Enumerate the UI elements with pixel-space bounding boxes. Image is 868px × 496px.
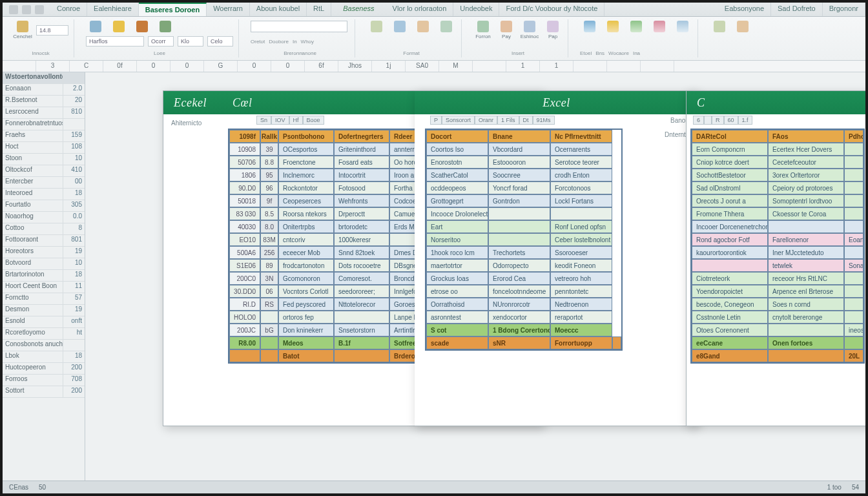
table-cell[interactable]: Incooce Drolonelecterbod Cortgoroche R.B	[426, 207, 488, 220]
table-cell[interactable]	[488, 220, 550, 233]
table-row[interactable]: EartRonf Loned opfsn	[426, 220, 621, 233]
table-cell[interactable]: 50018	[229, 194, 260, 207]
left-panel-row[interactable]: Brtartorinoton18	[3, 270, 85, 282]
left-panel-row[interactable]: Horeotors19	[3, 247, 85, 258]
table-cell[interactable]: Ciotrreteork	[692, 272, 768, 285]
table-cell[interactable]: e8Gand	[692, 349, 768, 362]
table-cell[interactable]: vetreoro hoh	[550, 272, 612, 285]
table-cell[interactable]: 500A6	[229, 246, 260, 259]
left-panel-row[interactable]: Fonnerobnatretntuos	[3, 119, 85, 130]
table-cell[interactable]: Odorropecto	[488, 259, 550, 272]
table-cell[interactable]: SochottBestetoor	[692, 169, 768, 181]
table-row[interactable]: tetwlekSonat	[692, 259, 863, 272]
table-cell[interactable]: 1806	[229, 169, 260, 181]
column-header[interactable]: 6f	[305, 61, 338, 72]
table-cell[interactable]: 256	[260, 246, 278, 259]
table-cell[interactable]	[844, 311, 863, 324]
table-cell[interactable]	[334, 349, 389, 362]
table-cell[interactable]: Griteninthord	[334, 143, 389, 156]
table-cell[interactable]: Csstnonle Letin	[692, 311, 768, 324]
table-row[interactable]: EnorostotnEstooooronSerotoce teorer	[426, 156, 621, 169]
table-cell[interactable]	[768, 324, 844, 336]
column-header[interactable]	[574, 61, 607, 72]
table-cell[interactable]: Mdeos	[278, 336, 334, 349]
table-cell[interactable]: tetwlek	[768, 259, 844, 272]
table-cell[interactable]: 1098f	[229, 130, 260, 143]
style-btn-2[interactable]	[390, 21, 409, 32]
table-cell[interactable]: Lockl Fortans	[550, 194, 612, 207]
table-cell[interactable]: Nttotelorecor	[334, 298, 389, 311]
table-row[interactable]: ScatherCatolSoocnreecrodh Enton	[426, 169, 621, 181]
table-cell[interactable]: 1000keresr	[334, 233, 389, 246]
table-cell[interactable]: xendocortor	[488, 311, 550, 324]
table-cell[interactable]: ortoros fep	[278, 311, 334, 324]
table-cell[interactable]: 40030	[229, 220, 260, 233]
table-cell[interactable]: Soocnree	[488, 169, 550, 181]
table-cell[interactable]	[844, 285, 863, 298]
table-cell[interactable]: Incooer Dorcenenetrchond Cbooserges Sn	[692, 220, 768, 233]
chart-btn-4[interactable]	[650, 21, 669, 32]
table-cell[interactable]: 83M	[260, 233, 278, 246]
table-cell[interactable]: Arpence enl Brterose	[768, 285, 844, 298]
table-cell[interactable]: maertotrtor	[426, 259, 488, 272]
table-cell[interactable]: Norseritoo	[426, 233, 488, 246]
table-cell[interactable]: cnytolt bereronge	[768, 311, 844, 324]
table-cell[interactable]: Psontbohono	[278, 130, 334, 143]
table-row[interactable]: asronntestxendocortorreraportot	[426, 311, 621, 324]
column-header-strip[interactable]: 3C0f00G006fJhos1jSA0M11	[3, 61, 865, 72]
column-header[interactable]: 0	[271, 61, 305, 72]
left-panel-row[interactable]: Esnoldonft	[3, 316, 85, 328]
left-panel-row[interactable]: Lesrcocend810	[3, 107, 85, 119]
table-cell[interactable]: Yoncrf forad	[488, 181, 550, 194]
table-cell[interactable]: NUronrorcotr	[488, 298, 550, 311]
table-cell[interactable]: frodcartonoton	[278, 259, 334, 272]
table-cell[interactable]: DARteCol	[692, 130, 768, 143]
table-cell[interactable]: S cot	[426, 324, 488, 336]
left-panel-row[interactable]: Cottoo8	[3, 223, 85, 235]
table-cell[interactable]: Gontrdon	[488, 194, 550, 207]
left-panel-row[interactable]: Huotcopeeron200	[3, 363, 85, 375]
table-cell[interactable]	[229, 349, 260, 362]
qat-redo-icon[interactable]	[35, 5, 44, 14]
table-cell[interactable]	[488, 233, 550, 246]
table-cell[interactable]: ocddeopeos	[426, 181, 488, 194]
table-cell[interactable]: cntcoriv	[278, 233, 334, 246]
table-row[interactable]: Orecots J oorut aSomoptentrl lordtvoo	[692, 194, 863, 207]
table-cell[interactable]: Grockus Ioas	[426, 272, 488, 285]
table-cell[interactable]: 50706	[229, 156, 260, 169]
format-button[interactable]: Eshinoc	[520, 21, 539, 39]
table-row[interactable]: Incooce Drolonelecterbod Cortgoroche R.B	[426, 207, 621, 220]
table-cell[interactable]	[844, 207, 863, 220]
left-panel-row[interactable]: Wstoertonavollontod	[3, 72, 85, 84]
table-cell[interactable]: 9f	[260, 194, 278, 207]
table-cell[interactable]: Yoendoropoictet	[692, 285, 768, 298]
table-cell[interactable]: Snsetorstorn	[334, 324, 389, 336]
table-row[interactable]: Eorn ComponcrnEcertex Hcer Dovers	[692, 143, 863, 156]
table-cell[interactable]: Cpeiory od protoroes	[768, 181, 844, 194]
table-cell[interactable]	[844, 336, 863, 349]
ribbon-tab-1[interactable]: Ealenhieare	[87, 3, 139, 16]
qat-save-icon[interactable]	[9, 5, 18, 14]
window3-table[interactable]: DARteColFAosPdhoktroenEorn ComponcrnEcer…	[690, 129, 865, 364]
table-cell[interactable]: S1E06	[229, 259, 260, 272]
ribbon-tab-3[interactable]: Woerrarn	[207, 3, 250, 16]
table-cell[interactable]: keodit Foneon	[550, 259, 612, 272]
table-cell[interactable]: Moeccc	[550, 324, 612, 336]
window2-titlebar[interactable]: Excel	[415, 91, 698, 114]
left-panel-row[interactable]: Rcoretloyomoht	[3, 328, 85, 340]
table-cell[interactable]: bG	[260, 324, 278, 336]
table-cell[interactable]: Erorod Cea	[488, 272, 550, 285]
table-row[interactable]: YoendoropoictetArpence enl Brterose	[692, 285, 863, 298]
table-cell[interactable]: eceecer Mob	[278, 246, 334, 259]
table-cell[interactable]: Forcotonoos	[550, 181, 612, 194]
table-row[interactable]: maertotrtorOdorropectokeodit Foneon	[426, 259, 621, 272]
table-cell[interactable]: kaourortoorontiok	[692, 246, 768, 259]
table-cell[interactable]: brtorodetc	[334, 220, 389, 233]
table-cell[interactable]: 95	[260, 169, 278, 181]
table-cell[interactable]	[488, 207, 550, 220]
table-cell[interactable]: Gcomonoron	[278, 272, 334, 285]
left-panel-row[interactable]: R.Bsetonot20	[3, 96, 85, 107]
table-row[interactable]: Coortos IsoVbcordardOcernarents	[426, 143, 621, 156]
table-cell[interactable]	[844, 194, 863, 207]
column-header[interactable]: M	[439, 61, 473, 72]
